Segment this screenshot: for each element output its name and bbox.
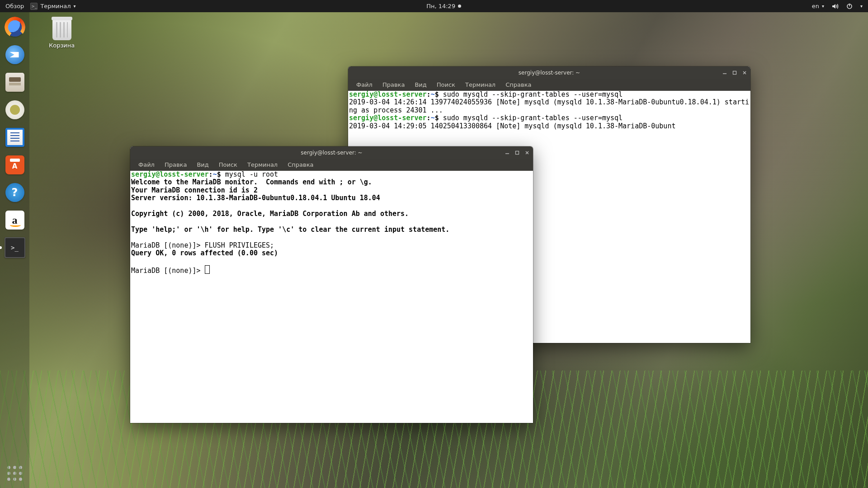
output-line: Query OK, 0 rows affected (0.00 sec) <box>131 249 278 257</box>
menu-terminal[interactable]: Терминал <box>461 80 500 90</box>
window-maximize-button[interactable] <box>731 70 738 76</box>
window-maximize-button[interactable] <box>514 150 520 156</box>
power-icon[interactable] <box>846 3 853 10</box>
chevron-down-icon: ▾ <box>860 4 863 9</box>
input-source[interactable]: en ▾ <box>812 3 824 9</box>
output-line: 2019-03-04 14:26:14 139774024055936 [Not… <box>349 98 749 114</box>
window-controls <box>722 66 748 79</box>
prompt-path: ~ <box>213 170 217 178</box>
clock-label: Пн, 14:29 <box>426 3 455 9</box>
ubuntu-software-icon <box>5 155 24 174</box>
output-line: Type 'help;' or '\h' for help. Type '\c'… <box>131 225 449 234</box>
window-menubar: Файл Правка Вид Поиск Терминал Справка <box>348 79 750 91</box>
terminal-window-front[interactable]: sergiy@losst-server: ~ Файл Правка Вид П… <box>130 146 533 423</box>
terminal-icon: >_ <box>30 3 38 10</box>
launcher-item-terminal[interactable] <box>4 236 26 259</box>
command-text: mysql -u root <box>225 170 278 178</box>
launcher-item-help[interactable] <box>4 181 26 204</box>
menu-help[interactable]: Справка <box>501 80 536 90</box>
window-minimize-button[interactable] <box>504 150 510 156</box>
activities-label: Обзор <box>5 3 24 9</box>
prompt-user: sergiy@losst-server <box>131 170 209 178</box>
output-line: Welcome to the MariaDB monitor. Commands… <box>131 178 372 186</box>
command-text: FLUSH PRIVILEGES; <box>205 241 274 249</box>
prompt-path: ~ <box>431 90 435 99</box>
files-icon <box>5 73 24 92</box>
prompt-path: ~ <box>431 114 435 122</box>
launcher-item-files[interactable] <box>4 71 26 94</box>
launcher-item-thunderbird[interactable] <box>4 43 26 66</box>
prompt-user: sergiy@losst-server <box>349 90 427 99</box>
menu-terminal[interactable]: Терминал <box>243 160 282 170</box>
mariadb-prompt: MariaDB [(none)]> <box>131 267 205 275</box>
desktop-trash[interactable]: Корзина <box>49 19 75 49</box>
window-close-button[interactable] <box>741 70 748 76</box>
window-titlebar[interactable]: sergiy@losst-server: ~ <box>348 66 750 79</box>
window-title: sergiy@losst-server: ~ <box>348 70 750 76</box>
window-title: sergiy@losst-server: ~ <box>130 150 533 156</box>
menu-file[interactable]: Файл <box>352 80 377 90</box>
app-menu-label: Терминал <box>40 3 71 9</box>
rhythmbox-icon <box>5 100 24 119</box>
launcher-item-software[interactable] <box>4 154 26 176</box>
window-minimize-button[interactable] <box>722 70 728 76</box>
output-line: 2019-03-04 14:29:05 140250413300864 [Not… <box>349 122 675 130</box>
thunderbird-icon <box>5 45 24 64</box>
libreoffice-writer-icon <box>5 128 24 147</box>
output-line: Your MariaDB connection id is 2 <box>131 186 258 194</box>
svg-rect-3 <box>733 71 736 74</box>
launcher-item-rhythmbox[interactable] <box>4 99 26 121</box>
app-menu[interactable]: >_ Терминал ▾ <box>30 3 75 10</box>
window-menubar: Файл Правка Вид Поиск Терминал Справка <box>130 159 533 171</box>
input-source-label: en <box>812 3 819 9</box>
output-line: Copyright (c) 2000, 2018, Oracle, MariaD… <box>131 210 409 218</box>
launcher-dock <box>0 12 29 488</box>
chevron-down-icon: ▾ <box>822 4 824 9</box>
menu-view[interactable]: Вид <box>410 80 431 90</box>
output-line: Server version: 10.1.38-MariaDB-0ubuntu0… <box>131 194 380 202</box>
desktop: Обзор >_ Терминал ▾ Пн, 14:29 en ▾ <box>0 0 868 488</box>
cursor-icon <box>205 265 210 274</box>
amazon-icon <box>5 211 24 230</box>
menu-edit[interactable]: Правка <box>160 160 191 170</box>
mariadb-prompt: MariaDB [(none)]> <box>131 241 205 249</box>
menu-search[interactable]: Поиск <box>432 80 460 90</box>
launcher-item-amazon[interactable] <box>4 209 26 231</box>
window-close-button[interactable] <box>524 150 530 156</box>
menu-view[interactable]: Вид <box>192 160 213 170</box>
menu-search[interactable]: Поиск <box>214 160 242 170</box>
trash-icon <box>52 19 71 40</box>
window-titlebar[interactable]: sergiy@losst-server: ~ <box>130 146 533 159</box>
firefox-icon <box>5 18 24 37</box>
command-text: sudo mysqld --skip-grant-tables --user=m… <box>443 90 623 99</box>
desktop-trash-label: Корзина <box>49 42 75 49</box>
help-icon <box>5 183 24 202</box>
menu-edit[interactable]: Правка <box>378 80 409 90</box>
launcher-item-writer[interactable] <box>4 126 26 149</box>
activities-button[interactable]: Обзор <box>5 3 24 9</box>
window-controls <box>504 146 530 159</box>
top-bar: Обзор >_ Терминал ▾ Пн, 14:29 en ▾ <box>0 0 868 12</box>
menu-help[interactable]: Справка <box>283 160 318 170</box>
terminal-icon <box>5 237 25 258</box>
launcher-item-firefox[interactable] <box>4 16 26 38</box>
svg-rect-7 <box>516 151 519 154</box>
prompt-user: sergiy@losst-server <box>349 114 427 122</box>
command-text: sudo mysqld --skip-grant-tables --user=m… <box>443 114 623 122</box>
volume-icon[interactable] <box>831 3 839 10</box>
menu-file[interactable]: Файл <box>134 160 159 170</box>
notification-dot-icon <box>458 5 461 8</box>
terminal-output[interactable]: sergiy@losst-server:~$ mysql -u root Wel… <box>130 171 533 423</box>
clock[interactable]: Пн, 14:29 <box>426 3 461 9</box>
